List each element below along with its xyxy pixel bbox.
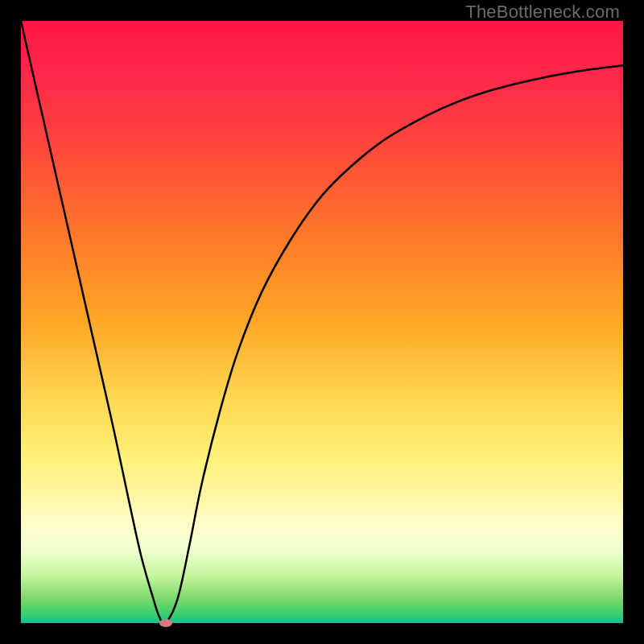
min-marker-dot bbox=[159, 619, 172, 627]
chart-frame: TheBottleneck.com bbox=[0, 0, 644, 644]
bottleneck-curve bbox=[21, 21, 623, 623]
plot-area bbox=[21, 21, 623, 623]
watermark-text: TheBottleneck.com bbox=[465, 2, 620, 23]
